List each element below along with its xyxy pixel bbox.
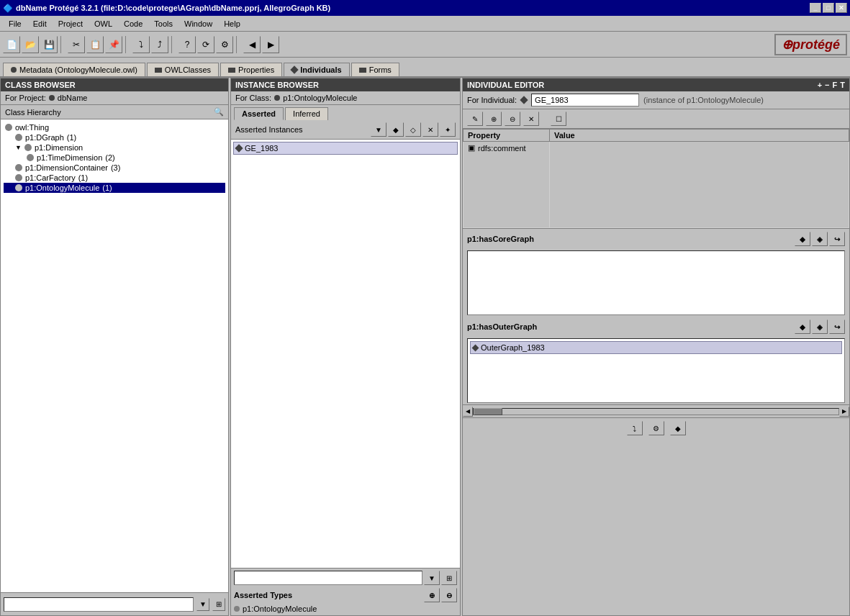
help-toolbar-button[interactable]: ?	[178, 36, 196, 53]
open-button[interactable]: 📂	[22, 36, 39, 53]
instance-grid-btn[interactable]: ⊞	[441, 571, 457, 585]
class-item-carfactory[interactable]: p1:CarFactory (1)	[4, 173, 225, 183]
t-button[interactable]: T	[840, 81, 845, 89]
tab-rect-forms	[359, 68, 366, 73]
prev-button[interactable]: ◀	[243, 36, 261, 53]
core-graph-diamond1[interactable]: ◆	[795, 232, 810, 246]
close-button[interactable]: ✕	[836, 3, 847, 13]
has-outer-graph-label: p1:hasOuterGraph	[467, 322, 537, 331]
tab-metadata[interactable]: Metadata (OntologyMolecule.owl)	[3, 63, 145, 76]
asserted-type-name: p1:OntologyMolecule	[243, 604, 317, 613]
class-item-timedimension[interactable]: p1:TimeDimension (2)	[4, 153, 225, 163]
tab-inferred[interactable]: Inferred	[285, 107, 328, 120]
instance-search-input[interactable]	[234, 571, 422, 585]
outer-graph-diamond1[interactable]: ◆	[795, 320, 810, 334]
menu-help[interactable]: Help	[218, 18, 246, 30]
instance-add-diamond[interactable]: ◆	[388, 122, 404, 137]
outer-graph-add[interactable]: ◈	[812, 320, 828, 334]
instance-browser: INSTANCE BROWSER For Class: p1:OntologyM…	[230, 78, 461, 616]
tab-diamond-individuals	[291, 65, 299, 73]
tab-label-properties: Properties	[238, 65, 274, 74]
asserted-types-actions: ⊕ ⊖	[424, 588, 457, 602]
maximize-button[interactable]: □	[823, 3, 834, 13]
type-remove-button[interactable]: ⊖	[441, 588, 457, 602]
save-button[interactable]: 💾	[40, 36, 58, 53]
export-button[interactable]: ⤴	[151, 36, 168, 53]
asserted-types-header: Asserted Types ⊕ ⊖	[234, 588, 457, 602]
ie-toolbar-btn5[interactable]: ☐	[551, 112, 566, 126]
ie-bottom-btn3[interactable]: ◆	[670, 421, 686, 435]
value-cell[interactable]	[550, 142, 849, 228]
scroll-thumb[interactable]	[474, 408, 502, 415]
menu-tools[interactable]: Tools	[148, 18, 178, 30]
type-add-button[interactable]: ⊕	[424, 588, 440, 602]
class-browser: CLASS BROWSER For Project: dbName Class …	[0, 78, 229, 616]
scroll-right[interactable]: ▶	[839, 407, 849, 417]
instance-bottom: ▼ ⊞ Asserted Types ⊕ ⊖ p1:OntologyMolecu…	[231, 568, 460, 615]
has-outer-graph-actions: ◆ ◈ ↪	[795, 320, 845, 334]
tab-properties[interactable]: Properties	[220, 63, 282, 76]
menu-bar: File Edit Project OWL Code Tools Window …	[0, 16, 850, 32]
ie-bottom-btn2[interactable]: ⚙	[648, 421, 664, 435]
instance-add-button[interactable]: ◇	[405, 122, 421, 137]
class-item-ontologymolecule[interactable]: p1:OntologyMolecule (1)	[4, 183, 225, 193]
menu-code[interactable]: Code	[118, 18, 148, 30]
copy-button[interactable]: 📋	[86, 36, 104, 53]
instance-item-ge1983[interactable]: GE_1983	[233, 142, 458, 155]
ie-bottom-btn1[interactable]: ⤵	[627, 421, 643, 435]
instance-input-row: ▼ ⊞	[234, 571, 457, 585]
class-item-owlthing[interactable]: owl:Thing	[4, 122, 225, 132]
minimize-button[interactable]: _	[810, 3, 821, 13]
config-button[interactable]: ⚙	[216, 36, 233, 53]
tab-asserted[interactable]: Asserted	[234, 107, 284, 120]
class-item-dimension[interactable]: ▼ p1:Dimension	[4, 142, 225, 153]
next-button[interactable]: ▶	[262, 36, 279, 53]
paste-button[interactable]: 📌	[105, 36, 122, 53]
app-icon: 🔷	[3, 4, 13, 13]
property-col-header: Property	[464, 130, 550, 142]
search-icon[interactable]: 🔍	[214, 107, 224, 117]
outer-graph-item[interactable]: OuterGraph_1983	[470, 341, 842, 354]
title-bar: 🔷 dbName Protégé 3.2.1 (file:D:\code\pro…	[0, 0, 850, 16]
class-browse-button[interactable]: ⊞	[212, 598, 225, 611]
tab-owlclasses[interactable]: OWLClasses	[147, 63, 219, 76]
ie-toolbar-btn1[interactable]: ✎	[467, 112, 483, 126]
plus-button[interactable]: +	[818, 81, 822, 89]
ie-toolbar-btn3[interactable]: ⊖	[505, 112, 520, 126]
class-item-dimensioncontainer[interactable]: p1:DimensionContainer (3)	[4, 163, 225, 173]
minus-button[interactable]: −	[825, 81, 829, 89]
menu-window[interactable]: Window	[178, 18, 218, 30]
tab-forms[interactable]: Forms	[351, 63, 399, 76]
for-class-label: For Class:	[235, 94, 271, 102]
individual-editor-header: INDIVIDUAL EDITOR + − F T	[463, 78, 849, 91]
outer-graph-arrow[interactable]: ↪	[829, 320, 845, 334]
main-content: CLASS BROWSER For Project: dbName Class …	[0, 78, 850, 616]
instance-delete-button[interactable]: ✕	[422, 122, 438, 137]
import-button[interactable]: ⤵	[132, 36, 150, 53]
class-name: p1:DimensionContainer	[25, 163, 108, 172]
core-graph-arrow[interactable]: ↪	[829, 232, 845, 246]
menu-edit[interactable]: Edit	[27, 18, 53, 30]
individual-name-input[interactable]	[531, 94, 639, 107]
title-bar-controls[interactable]: _ □ ✕	[810, 3, 847, 13]
f-button[interactable]: F	[833, 81, 838, 89]
menu-file[interactable]: File	[3, 18, 27, 30]
instance-copy-button[interactable]: ✦	[440, 122, 456, 137]
menu-owl[interactable]: OWL	[89, 18, 118, 30]
cut-button[interactable]: ✂	[68, 36, 85, 53]
menu-project[interactable]: Project	[53, 18, 89, 30]
class-item-dgraph[interactable]: p1:DGraph (1)	[4, 132, 225, 142]
ie-toolbar-btn2[interactable]: ⊕	[486, 112, 502, 126]
instance-dropdown[interactable]: ▼	[371, 122, 386, 137]
class-search-input[interactable]	[4, 597, 194, 612]
tab-individuals[interactable]: Individuals	[284, 63, 349, 76]
instance-dropdown-btn[interactable]: ▼	[424, 571, 440, 585]
scroll-left[interactable]: ◀	[463, 407, 473, 417]
instance-class-name: p1:OntologyMolecule	[283, 94, 357, 102]
core-graph-add[interactable]: ◈	[812, 232, 828, 246]
refresh-button[interactable]: ⟳	[197, 36, 214, 53]
ie-toolbar-btn4[interactable]: ✕	[523, 112, 539, 126]
class-search-button[interactable]: ▼	[196, 598, 209, 611]
new-button[interactable]: 📄	[3, 36, 20, 53]
table-row[interactable]: ▣ rdfs:comment	[464, 142, 849, 228]
